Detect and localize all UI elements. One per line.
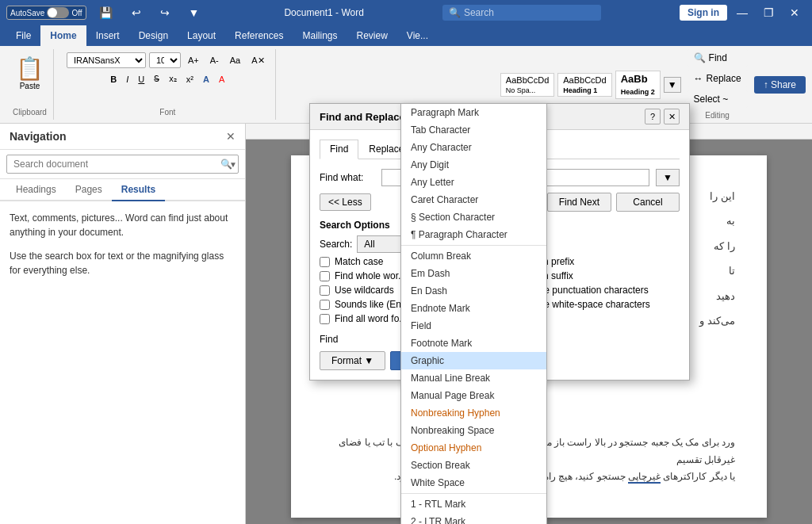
share-icon: ↑	[764, 79, 771, 90]
format-button[interactable]: Format ▼	[320, 351, 385, 370]
autosave-button[interactable]: AutoSave Off	[6, 6, 86, 20]
nav-tab-headings[interactable]: Headings	[6, 179, 66, 201]
menu-item-en-dash[interactable]: En Dash	[401, 282, 546, 300]
minimize-button[interactable]: —	[730, 0, 754, 25]
tab-review[interactable]: Review	[347, 25, 396, 46]
menu-item-field[interactable]: Field	[401, 317, 546, 335]
clipboard-group: 📋 Paste Clipboard	[6, 49, 54, 120]
nav-close-button[interactable]: ✕	[226, 130, 236, 143]
sounds-like-checkbox[interactable]	[320, 300, 330, 310]
menu-item-white-space[interactable]: White Space	[401, 474, 546, 491]
share-button[interactable]: ↑ Share	[754, 76, 806, 94]
highlight-word1[interactable]: غیرچاپی	[628, 471, 661, 484]
clear-format-button[interactable]: A✕	[247, 53, 268, 68]
menu-item-footnote-mark[interactable]: Footnote Mark	[401, 335, 546, 352]
menu-item-section-character[interactable]: § Section Character	[401, 208, 546, 226]
tab-home[interactable]: Home	[40, 25, 86, 46]
menu-item-endnote-mark[interactable]: Endnote Mark	[401, 300, 546, 317]
find-button[interactable]: 🔍 Find	[688, 49, 748, 67]
tab-mailings[interactable]: Mailings	[293, 25, 347, 46]
find-whole-word-checkbox[interactable]	[320, 271, 330, 281]
find-next-button[interactable]: Find Next	[547, 193, 611, 212]
select-label: Select ~	[694, 94, 729, 105]
use-wildcards-checkbox[interactable]	[320, 285, 330, 296]
font-size-select[interactable]: 10	[149, 52, 181, 68]
paste-button[interactable]: 📋 Paste	[13, 52, 47, 94]
decrease-font-button[interactable]: A-	[206, 53, 223, 67]
menu-item-rtl-mark[interactable]: 1 - RTL Mark	[401, 495, 546, 513]
tab-view[interactable]: Vie...	[397, 25, 438, 46]
menu-item-graphic[interactable]: Graphic	[401, 352, 546, 369]
use-wildcards-label: Use wildcards	[335, 285, 394, 296]
menu-item-ltr-mark[interactable]: 2 - LTR Mark	[401, 513, 546, 524]
nav-tab-results[interactable]: Results	[112, 179, 165, 201]
menu-item-nonbreaking-space[interactable]: Nonbreaking Space	[401, 422, 546, 439]
tab-references[interactable]: References	[225, 25, 293, 46]
style-heading2[interactable]: AaBbHeading 2	[615, 71, 661, 99]
menu-item-section-break[interactable]: Section Break	[401, 457, 546, 474]
find-what-dropdown[interactable]: ▼	[656, 169, 680, 186]
tab-insert[interactable]: Insert	[86, 25, 129, 46]
undo-icon[interactable]: ↩	[125, 0, 147, 25]
dialog-title: Find and Replace	[320, 111, 405, 123]
match-case-label: Match case	[335, 256, 383, 267]
increase-font-button[interactable]: A+	[184, 53, 203, 67]
restore-button[interactable]: ❐	[757, 0, 780, 25]
menu-item-any-letter[interactable]: Any Letter	[401, 174, 546, 191]
bold-button[interactable]: B	[106, 72, 121, 86]
nav-header: Navigation ✕	[0, 124, 245, 150]
superscript-button[interactable]: x²	[182, 72, 197, 86]
font-name-select[interactable]: IRANSansX	[67, 52, 146, 68]
save-icon[interactable]: 💾	[93, 0, 119, 25]
highlight-button[interactable]: A	[199, 72, 213, 86]
nav-tab-pages[interactable]: Pages	[66, 179, 112, 201]
title-bar: AutoSave Off 💾 ↩ ↪ ▼ Document1 - Word 🔍 …	[0, 0, 812, 25]
dialog-tab-find[interactable]: Find	[320, 140, 358, 159]
italic-button[interactable]: I	[122, 72, 132, 86]
match-case-checkbox[interactable]	[320, 257, 330, 267]
title-bar-left: AutoSave Off 💾 ↩ ↪ ▼	[6, 0, 205, 25]
tab-layout[interactable]: Layout	[178, 25, 225, 46]
menu-item-manual-page-break[interactable]: Manual Page Break	[401, 387, 546, 404]
tab-design[interactable]: Design	[129, 25, 178, 46]
cancel-button[interactable]: Cancel	[616, 193, 680, 212]
replace-button[interactable]: ↔ Replace	[688, 70, 748, 87]
tab-file[interactable]: File	[6, 25, 40, 46]
global-search-bar[interactable]: 🔍	[442, 5, 601, 21]
title-bar-center: Document1 - Word	[284, 7, 363, 18]
select-button[interactable]: Select ~	[688, 90, 748, 108]
styles-dropdown[interactable]: ▼	[664, 77, 681, 93]
signin-button[interactable]: Sign in	[680, 5, 727, 21]
strikethrough-button[interactable]: S̶	[150, 71, 163, 86]
dialog-close-button[interactable]: ✕	[664, 109, 680, 124]
menu-item-nonbreaking-hyphen[interactable]: Nonbreaking Hyphen	[401, 404, 546, 422]
menu-item-caret-character[interactable]: Caret Character	[401, 191, 546, 208]
underline-button[interactable]: U	[134, 72, 148, 86]
nav-search-input[interactable]	[6, 155, 239, 174]
menu-item-paragraph-mark[interactable]: Paragraph Mark	[401, 104, 546, 121]
global-search-input[interactable]	[464, 7, 575, 18]
menu-item-column-break[interactable]: Column Break	[401, 247, 546, 265]
menu-item-optional-hyphen[interactable]: Optional Hyphen	[401, 439, 546, 457]
close-button[interactable]: ✕	[783, 0, 806, 25]
subscript-button[interactable]: x₂	[165, 71, 181, 86]
less-button[interactable]: << Less	[320, 193, 371, 211]
dialog-help-button[interactable]: ?	[645, 109, 661, 124]
editing-label: Editing	[688, 111, 748, 120]
menu-item-any-digit[interactable]: Any Digit	[401, 156, 546, 174]
menu-item-paragraph-character[interactable]: ¶ Paragraph Character	[401, 226, 546, 243]
title-bar-right: Sign in — ❐ ✕	[680, 0, 806, 25]
find-label: Find	[709, 52, 727, 63]
redo-icon[interactable]: ↪	[154, 0, 176, 25]
change-case-button[interactable]: Aa	[226, 53, 244, 67]
style-normal[interactable]: AaBbCcDdNo Spa...	[500, 73, 554, 97]
menu-item-em-dash[interactable]: Em Dash	[401, 265, 546, 282]
menu-item-tab-character[interactable]: Tab Character	[401, 121, 546, 139]
find-all-word-checkbox[interactable]	[320, 314, 330, 324]
font-color-button[interactable]: A	[215, 72, 228, 86]
customize-icon[interactable]: ▼	[182, 0, 206, 25]
autosave-toggle[interactable]	[47, 7, 69, 18]
style-heading1[interactable]: AaBbCcDdHeading 1	[557, 73, 611, 97]
menu-item-any-character[interactable]: Any Character	[401, 139, 546, 156]
menu-item-manual-line-break[interactable]: Manual Line Break	[401, 369, 546, 387]
